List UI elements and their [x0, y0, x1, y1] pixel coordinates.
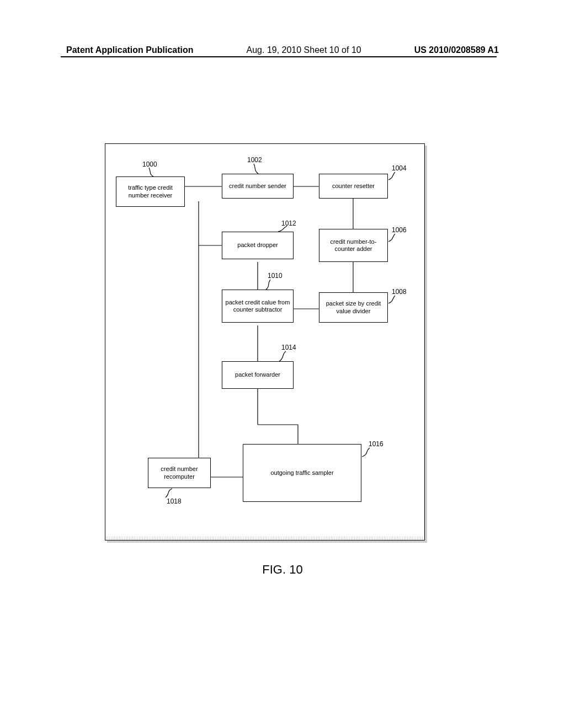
box-credit-number-recomputer: credit number recomputer [148, 458, 211, 488]
box-label: credit number recomputer [151, 465, 208, 480]
leader-1012 [276, 225, 289, 234]
leader-1006 [386, 233, 397, 244]
header-rule [61, 56, 497, 57]
box-packet-forwarder: packet forwarder [222, 361, 294, 389]
ref-1018: 1018 [167, 497, 182, 505]
box-label: counter resetter [332, 183, 375, 190]
leader-1010 [265, 279, 276, 291]
header-center: Aug. 19, 2010 Sheet 10 of 10 [247, 45, 361, 55]
box-label: packet dropper [237, 242, 278, 249]
frame-texture [106, 536, 424, 540]
leader-1018 [163, 488, 175, 499]
leader-1004 [386, 171, 397, 182]
box-label: packet forwarder [235, 371, 280, 378]
leader-1008 [386, 295, 397, 306]
box-label: packet credit calue from counter subtrac… [225, 299, 291, 313]
page-header: Patent Application Publication Aug. 19, … [0, 45, 565, 55]
box-label: traffic type credit number receiver [119, 184, 182, 199]
box-label: packet size by credit value divider [322, 300, 385, 314]
box-label: credit number-to-counter adder [322, 238, 385, 253]
leader-1014 [277, 350, 289, 362]
box-label: outgoing traffic sampler [270, 469, 333, 477]
box-credit-number-to-counter-adder: credit number-to-counter adder [319, 229, 388, 262]
leader-1002 [253, 163, 264, 175]
box-packet-credit-value-from-counter-subtractor: packet credit calue from counter subtrac… [222, 290, 294, 323]
figure-label: FIG. 10 [0, 563, 565, 577]
frame-shadow-bottom [107, 540, 427, 543]
box-credit-number-sender: credit number sender [222, 174, 294, 199]
frame-shadow-right [425, 146, 427, 543]
box-packet-dropper: packet dropper [222, 232, 294, 259]
leader-1000 [148, 167, 159, 178]
box-outgoing-traffic-sampler: outgoing traffic sampler [243, 444, 361, 502]
box-label: credit number sender [229, 183, 286, 190]
leader-1016 [360, 447, 372, 459]
header-right: US 2010/0208589 A1 [414, 45, 499, 55]
box-traffic-type-credit-number-receiver: traffic type credit number receiver [116, 176, 185, 207]
box-counter-resetter: counter resetter [319, 174, 388, 199]
box-packet-size-by-credit-value-divider: packet size by credit value divider [319, 292, 388, 323]
header-left: Patent Application Publication [66, 45, 194, 55]
